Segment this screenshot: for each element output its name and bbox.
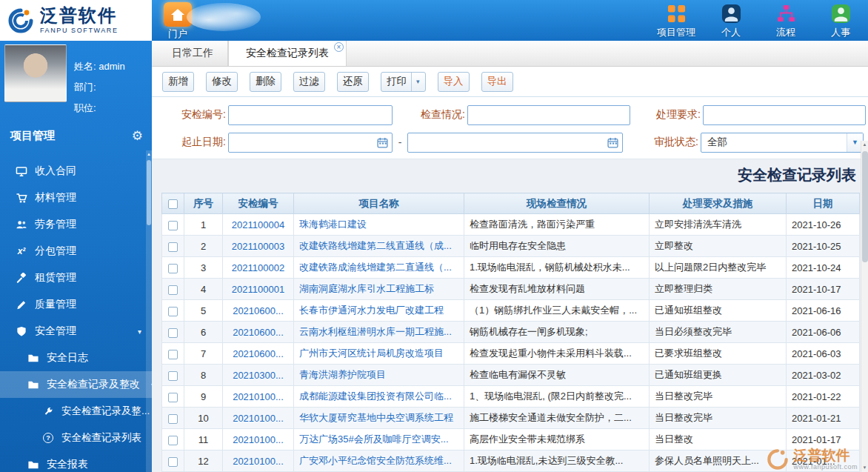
table-row[interactable]: 12021100004珠海鹤港口建设检查路面清洗，路面污染严重立即安排清洗车清洗… <box>162 214 860 236</box>
import-button[interactable]: 导入 <box>438 72 470 92</box>
row-checkbox[interactable] <box>168 242 178 252</box>
gear-icon[interactable]: ⚙ <box>132 128 143 144</box>
record-code-link[interactable]: 20210100... <box>233 456 284 467</box>
sidebar-item-labor[interactable]: 劳务管理 <box>0 211 152 238</box>
row-checkbox[interactable] <box>168 414 178 424</box>
sidebar-item-lease[interactable]: 租赁管理 <box>0 265 152 291</box>
sidebar-scrollbar-thumb[interactable] <box>147 160 151 225</box>
row-checkbox[interactable] <box>168 264 178 273</box>
start-date-input[interactable] <box>229 133 392 152</box>
chevron-down-icon: ▾ <box>138 328 141 336</box>
table-row[interactable]: 920210100...成都能源建设集团投资有限公司临...1、现场临电混乱, … <box>162 386 860 408</box>
sidebar-item-safety[interactable]: 安全管理 ▾ <box>0 318 152 345</box>
tab-safety-inspection-list[interactable]: 安全检查记录列表 × <box>228 41 347 66</box>
project-name-link[interactable]: 广安邓小平纪念馆安全防范系统维... <box>299 455 452 466</box>
sidebar-scrollbar[interactable]: ▲ <box>146 150 152 472</box>
record-code-link[interactable]: 20210600... <box>233 348 284 359</box>
select-all-checkbox[interactable] <box>168 199 178 209</box>
requirement-input[interactable] <box>704 106 865 124</box>
record-code-link[interactable]: 20210600... <box>233 305 284 316</box>
app-personal[interactable]: 个人 <box>708 2 754 39</box>
row-checkbox[interactable] <box>168 285 178 295</box>
restore-button[interactable]: 还原 <box>337 72 369 92</box>
sidebar-item-safety-log[interactable]: 安全日志 <box>0 345 152 371</box>
table-row[interactable]: 620210600...云南水利枢纽潜明水库一期工程施...钢筋机械存在一闸多机… <box>162 322 860 343</box>
scroll-up-icon[interactable]: ▲ <box>861 141 868 149</box>
filter-button[interactable]: 过滤 <box>293 72 325 92</box>
row-checkbox[interactable] <box>168 350 178 359</box>
app-project-management[interactable]: 项目管理 <box>653 2 699 39</box>
sidebar-item-safety-inspection-record[interactable]: 安全检查记录及整... <box>0 398 152 425</box>
row-checkbox[interactable] <box>168 393 178 402</box>
project-name-link[interactable]: 湖南洞庭湖水库引水工程施工标 <box>299 283 434 294</box>
table-row[interactable]: 720210600...广州市天河区统计局机房改造项目检查发现起重小物件未采用料… <box>162 343 860 365</box>
header-index[interactable]: 序号 <box>184 193 223 214</box>
project-name-link[interactable]: 改建铁路成渝线增建第二直通线（... <box>299 262 452 273</box>
row-checkbox[interactable] <box>168 436 178 445</box>
close-icon[interactable]: × <box>334 42 344 52</box>
table-row[interactable]: 42021100001湖南洞庭湖水库引水工程施工标检查发现有乱堆放材料问题立即整… <box>162 279 860 300</box>
project-name-link[interactable]: 成都能源建设集团投资有限公司临... <box>299 390 452 402</box>
sidebar-item-safety-report[interactable]: 安全报表 <box>0 451 152 472</box>
sidebar-item-subcontract[interactable]: x² 分包管理 <box>0 238 152 265</box>
app-hr[interactable]: 人事 <box>818 2 864 39</box>
header-inspection[interactable]: 现场检查情况 <box>464 193 650 214</box>
end-date-input[interactable] <box>408 133 622 152</box>
sidebar-item-income-contract[interactable]: 收入合同 <box>0 158 152 185</box>
table-row[interactable]: 22021100003改建铁路线增建第二线直通线（成...临时用电存在安全隐患立… <box>162 236 860 257</box>
table-row[interactable]: 1220210100...广安邓小平纪念馆安全防范系统维...1.现场临电混乱,… <box>162 451 860 472</box>
sidebar-item-safety-inspection-rectify[interactable]: 安全检查记录及整改 ▾ <box>0 371 152 398</box>
print-button[interactable]: 打印 ▾ <box>381 72 426 92</box>
app-process[interactable]: 流程 <box>763 2 809 39</box>
sidebar-item-material[interactable]: 材料管理 <box>0 185 152 211</box>
inspection-input[interactable] <box>468 106 630 124</box>
add-button[interactable]: 新增 <box>162 72 194 92</box>
calendar-icon[interactable] <box>607 137 618 148</box>
chevron-down-icon[interactable]: ▾ <box>411 73 420 91</box>
project-name-link[interactable]: 珠海鹤港口建设 <box>299 219 367 230</box>
record-code-link[interactable]: 20210300... <box>233 370 284 381</box>
project-name-link[interactable]: 青海洪湖养护院项目 <box>299 369 386 380</box>
export-button[interactable]: 导出 <box>481 72 513 92</box>
record-code-link[interactable]: 20210100... <box>233 413 284 424</box>
sidebar-item-quality[interactable]: 质量管理 <box>0 291 152 318</box>
project-name-link[interactable]: 广州市天河区统计局机房改造项目 <box>299 348 444 359</box>
scrollbar-thumb[interactable] <box>862 151 868 262</box>
table-row[interactable]: 32021100002改建铁路成渝线增建第二直通线（...1.现场临电混乱，钢筋… <box>162 257 860 279</box>
project-name-link[interactable]: 万达广场35#会所及咖啡厅空调安... <box>299 433 449 445</box>
record-code-link[interactable]: 2021100004 <box>232 219 284 230</box>
record-code-link[interactable]: 2021100002 <box>232 262 284 273</box>
header-date[interactable]: 日期 <box>787 193 860 214</box>
row-checkbox[interactable] <box>168 221 178 230</box>
modify-button[interactable]: 修改 <box>206 72 238 92</box>
table-row[interactable]: 1020210100...华软大厦研究基地中央空调系统工程施工楼梯安全通道未做安… <box>162 408 860 429</box>
table-row[interactable]: 520210600...长春市伊通河水力发电厂改建工程（1）钢筋绑扎作业三人未戴… <box>162 300 860 322</box>
project-name-link[interactable]: 改建铁路线增建第二线直通线（成... <box>299 240 452 251</box>
project-name-link[interactable]: 华软大厦研究基地中央空调系统工程 <box>299 412 453 423</box>
project-name-link[interactable]: 云南水利枢纽潜明水库一期工程施... <box>299 326 452 337</box>
header-code[interactable]: 安检编号 <box>223 193 294 214</box>
record-code-link[interactable]: 20210600... <box>233 327 284 338</box>
row-checkbox[interactable] <box>168 328 178 338</box>
table-row[interactable]: 1120210100...万达广场35#会所及咖啡厅空调安...高层作业安全带未… <box>162 429 860 451</box>
record-code-link[interactable]: 2021100003 <box>232 241 284 252</box>
row-checkbox[interactable] <box>168 457 178 467</box>
calendar-icon[interactable] <box>377 137 388 148</box>
row-checkbox[interactable] <box>168 371 178 381</box>
delete-button[interactable]: 删除 <box>250 72 281 92</box>
record-code-link[interactable]: 2021100001 <box>232 284 284 295</box>
record-code-link[interactable]: 20210100... <box>233 391 284 402</box>
project-name-link[interactable]: 长春市伊通河水力发电厂改建工程 <box>299 305 444 316</box>
sidebar-item-safety-inspection-list[interactable]: ? 安全检查记录列表 <box>0 425 152 451</box>
scroll-up-icon[interactable]: ▲ <box>146 150 152 159</box>
row-checkbox[interactable] <box>168 307 178 316</box>
approval-status-select[interactable]: 全部 ▼ <box>701 133 864 153</box>
scroll-down-icon[interactable]: ▼ <box>861 464 868 472</box>
vertical-scrollbar[interactable]: ▲ ▼ <box>861 141 868 472</box>
safety-code-input[interactable] <box>229 106 392 124</box>
tab-daily-work[interactable]: 日常工作 <box>158 41 228 66</box>
header-measure[interactable]: 处理要求及措施 <box>650 193 787 214</box>
header-project[interactable]: 项目名称 <box>294 193 464 214</box>
record-code-link[interactable]: 20210100... <box>233 434 284 445</box>
table-row[interactable]: 820210300...青海洪湖养护院项目检查临电有漏保不灵敏已通知班组更换20… <box>162 365 860 386</box>
